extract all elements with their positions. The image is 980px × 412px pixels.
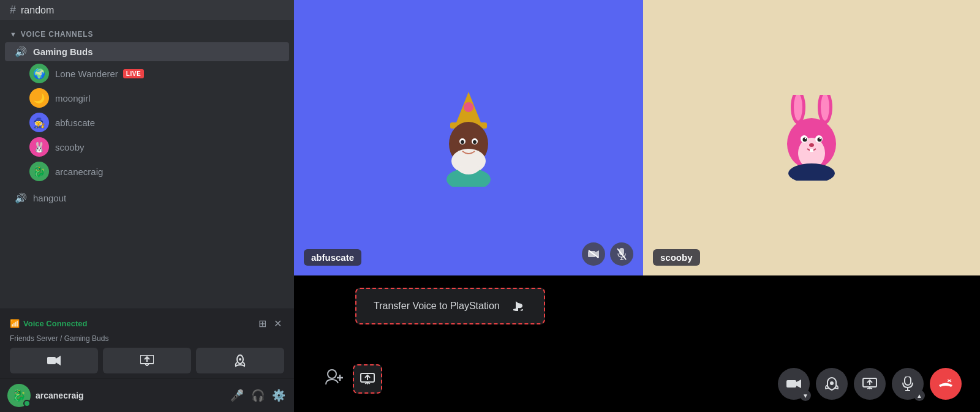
headphone-button[interactable]: 🎧 (250, 388, 266, 403)
screenshare-ctrl-button[interactable] (854, 368, 886, 400)
activity-ctrl-button[interactable] (816, 368, 848, 400)
camera-btn-group: ▼ (778, 368, 810, 400)
avatar-lone-wanderer: 🌍 (29, 64, 49, 83)
speaker-icon: 🔊 (15, 46, 27, 58)
member-arcanecraig[interactable]: 🐉 arcanecraig (5, 159, 289, 184)
svg-point-14 (473, 140, 477, 144)
abfuscate-action-btns (582, 242, 633, 266)
svg-point-5 (239, 358, 241, 361)
end-call-icon (938, 380, 954, 388)
voice-server-name: Friends Server / Gaming Buds (10, 334, 284, 343)
member-name: arcanecraig (55, 167, 103, 177)
abfuscate-video-btn[interactable] (582, 242, 605, 266)
voice-connected-bar: 📶 Voice Connected ⊞ ✕ Friends Server / G… (0, 309, 294, 378)
svg-point-34 (820, 138, 821, 139)
abfuscate-avatar (429, 89, 508, 187)
camera-icon (47, 355, 61, 366)
svg-point-37 (788, 163, 835, 181)
avatar-abfuscate: 🧙 (29, 113, 49, 132)
svg-point-38 (328, 370, 336, 378)
channel-name: hangout (33, 193, 66, 203)
online-indicator (23, 400, 31, 407)
rocket-icon (234, 354, 246, 367)
channel-random-label: random (21, 5, 54, 16)
add-user-button[interactable] (325, 369, 343, 389)
voice-connected-actions: ⊞ ✕ (256, 315, 284, 332)
member-abfuscate[interactable]: 🧙 abfuscate (5, 110, 289, 135)
voice-channel-gaming-buds[interactable]: 🔊 Gaming Buds (5, 42, 289, 61)
member-name: scooby (55, 142, 85, 152)
svg-rect-36 (810, 149, 813, 152)
svg-marker-45 (796, 380, 801, 388)
end-call-button[interactable] (930, 368, 962, 400)
mic-slash-icon (617, 248, 627, 260)
member-name: abfuscate (55, 118, 95, 128)
member-name: Lone Wanderer (55, 69, 118, 79)
disconnect-button[interactable]: ✕ (271, 315, 284, 332)
channel-name: Gaming Buds (33, 47, 93, 57)
abfuscate-mute-btn[interactable] (610, 242, 633, 266)
add-friend-icon (325, 369, 343, 386)
member-lone-wanderer[interactable]: 🌍 Lone Wanderer LIVE (5, 61, 289, 86)
member-moongirl[interactable]: 🌙 moongirl (5, 86, 289, 110)
video-tile-scooby: scooby (643, 0, 980, 275)
screen-share-icon (360, 373, 375, 385)
screenshare-icon (140, 355, 154, 366)
bottom-bar: Transfer Voice to PlayStation (294, 275, 980, 412)
member-name: moongirl (55, 93, 91, 103)
member-scooby[interactable]: 🐰 scooby (5, 135, 289, 159)
activity-button[interactable] (196, 348, 284, 373)
svg-point-25 (794, 95, 802, 121)
speaker-icon: 🔊 (15, 192, 27, 204)
bottom-right-controls: ▼ (778, 368, 962, 400)
transfer-voice-popup[interactable]: Transfer Voice to PlayStation (355, 288, 545, 324)
video-tile-abfuscate: abfuscate (294, 0, 643, 275)
rocket-ctrl-icon (825, 376, 839, 391)
svg-point-35 (809, 143, 814, 147)
voice-channel-hangout[interactable]: 🔊 hangout (5, 189, 289, 208)
bottom-left-controls (325, 364, 382, 394)
channel-list: # random ▼ VOICE CHANNELS 🔊 Gaming Buds … (0, 0, 294, 309)
transfer-voice-label: Transfer Voice to PlayStation (374, 301, 500, 312)
mic-button[interactable]: 🎤 (229, 388, 245, 403)
camera-ctrl-icon (786, 378, 801, 389)
voice-channels-header: ▼ VOICE CHANNELS (0, 20, 294, 42)
svg-rect-50 (905, 376, 911, 385)
screenshare-ctrl-icon (862, 378, 877, 390)
playstation-icon (510, 298, 527, 315)
user-bar: 🐉 arcanecraig 🎤 🎧 ⚙️ (0, 378, 294, 412)
mic-btn-group: ▲ (892, 368, 924, 400)
svg-rect-0 (47, 357, 56, 364)
mic-chevron-up: ▲ (914, 390, 925, 401)
screenshare-button[interactable] (103, 348, 191, 373)
screen-share-outlined-button[interactable] (353, 364, 382, 394)
main-content: abfuscate (294, 0, 980, 412)
signal-icon: 📶 (10, 319, 20, 328)
svg-point-13 (461, 140, 464, 144)
hash-icon: # (10, 4, 16, 17)
channel-random[interactable]: # random (0, 0, 294, 20)
svg-rect-44 (786, 380, 796, 388)
voice-connected-status-text: 📶 Voice Connected (10, 319, 88, 328)
live-badge: LIVE (123, 69, 144, 78)
svg-point-46 (830, 381, 834, 385)
svg-marker-1 (56, 356, 61, 365)
svg-point-33 (805, 138, 806, 139)
settings-button[interactable]: ⚙️ (271, 388, 287, 403)
avatar-moongirl: 🌙 (29, 88, 49, 108)
video-grid: abfuscate (294, 0, 980, 275)
username-label: arcanecraig (36, 391, 224, 400)
svg-point-8 (464, 102, 473, 112)
abfuscate-name-badge: abfuscate (304, 249, 361, 266)
voice-controls-row (10, 348, 284, 373)
camera-toggle-button[interactable] (10, 348, 98, 373)
mic-ctrl-icon (902, 376, 913, 391)
avatar-arcanecraig: 🐉 (29, 162, 49, 181)
sidebar: # random ▼ VOICE CHANNELS 🔊 Gaming Buds … (0, 0, 294, 412)
voice-settings-button[interactable]: ⊞ (256, 315, 269, 332)
avatar-scooby: 🐰 (29, 137, 49, 157)
scooby-avatar (775, 95, 848, 181)
svg-point-26 (821, 95, 829, 121)
camera-chevron-down: ▼ (800, 390, 811, 401)
chevron-icon: ▼ (10, 31, 17, 38)
